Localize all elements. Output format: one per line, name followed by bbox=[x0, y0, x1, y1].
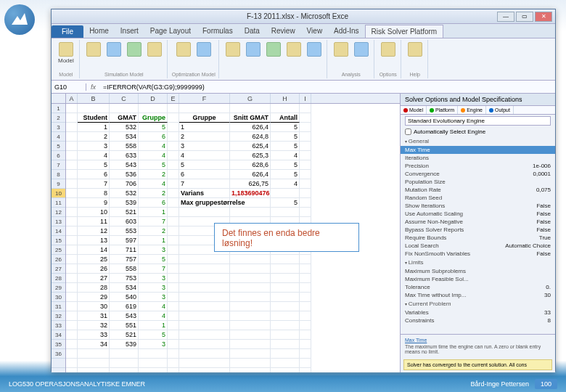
cell[interactable] bbox=[168, 359, 179, 368]
cell[interactable] bbox=[66, 330, 78, 340]
row-header[interactable]: 9 bbox=[52, 179, 65, 189]
cell[interactable] bbox=[78, 368, 110, 372]
cell[interactable] bbox=[139, 104, 168, 113]
cell[interactable]: 7 bbox=[139, 264, 168, 274]
cell[interactable]: Max gruppestørrelse bbox=[179, 198, 230, 208]
cell[interactable] bbox=[271, 302, 300, 311]
cell[interactable] bbox=[66, 255, 78, 264]
row-header[interactable]: 14 bbox=[52, 226, 65, 236]
close-button[interactable]: ✕ bbox=[535, 12, 552, 22]
cell[interactable]: 5 bbox=[271, 170, 300, 179]
pane-row[interactable]: Max Time bbox=[401, 146, 555, 154]
cell[interactable] bbox=[168, 198, 179, 208]
fx-label[interactable]: fx bbox=[86, 83, 100, 91]
tab-insert[interactable]: Insert bbox=[115, 25, 144, 38]
cell[interactable]: 3 bbox=[139, 283, 168, 293]
cell[interactable] bbox=[179, 104, 230, 113]
cell[interactable] bbox=[168, 132, 179, 142]
cell[interactable] bbox=[168, 368, 179, 372]
row-header[interactable]: 26 bbox=[52, 255, 65, 264]
row-header[interactable] bbox=[52, 368, 65, 372]
cell[interactable]: 10 bbox=[78, 208, 110, 217]
cell[interactable]: 6 bbox=[179, 170, 230, 179]
cell[interactable]: 28 bbox=[78, 283, 110, 293]
cell[interactable]: 597 bbox=[110, 236, 139, 245]
cell[interactable] bbox=[110, 349, 139, 359]
pane-row[interactable]: Population Size bbox=[401, 178, 555, 186]
cell[interactable]: Gruppe bbox=[139, 113, 168, 123]
cell[interactable]: 2 bbox=[139, 170, 168, 179]
tab-review[interactable]: Review bbox=[266, 25, 301, 38]
cell[interactable] bbox=[300, 113, 311, 123]
row-header[interactable]: 2 bbox=[52, 113, 65, 123]
cell[interactable] bbox=[78, 104, 110, 113]
cell[interactable]: 539 bbox=[110, 198, 139, 208]
cell[interactable] bbox=[168, 113, 179, 123]
row-header[interactable]: 13 bbox=[52, 217, 65, 226]
cell[interactable]: 25 bbox=[78, 255, 110, 264]
cell[interactable]: 5 bbox=[271, 142, 300, 151]
cell[interactable] bbox=[179, 359, 230, 368]
cell[interactable] bbox=[66, 368, 78, 372]
cell[interactable] bbox=[66, 179, 78, 189]
cell[interactable]: 6 bbox=[78, 170, 110, 179]
cell[interactable] bbox=[271, 321, 300, 330]
cell[interactable] bbox=[66, 349, 78, 359]
cell[interactable] bbox=[230, 302, 271, 311]
pane-row[interactable]: Maximum Feasible Sol... bbox=[401, 275, 555, 283]
tab-view[interactable]: View bbox=[301, 25, 329, 38]
ribbon-button[interactable] bbox=[125, 41, 144, 58]
cell[interactable]: 3 bbox=[139, 293, 168, 302]
row-header[interactable]: 27 bbox=[52, 264, 65, 274]
cell[interactable] bbox=[66, 142, 78, 151]
tab-formulas[interactable]: Formulas bbox=[197, 25, 239, 38]
cell[interactable] bbox=[179, 340, 230, 349]
ribbon-button[interactable] bbox=[145, 41, 164, 58]
section-limits[interactable]: Limits bbox=[401, 258, 555, 267]
cell[interactable]: 4 bbox=[139, 179, 168, 189]
cell[interactable] bbox=[66, 264, 78, 274]
cell[interactable] bbox=[78, 349, 110, 359]
pane-row[interactable]: Mutation Rate0,075 bbox=[401, 186, 555, 194]
ribbon-button[interactable] bbox=[174, 41, 193, 58]
cell[interactable]: 532 bbox=[110, 189, 139, 198]
cell[interactable]: Gruppe bbox=[179, 113, 230, 123]
cell[interactable]: 532 bbox=[110, 123, 139, 132]
row-header[interactable]: 36 bbox=[52, 349, 65, 359]
cell[interactable] bbox=[300, 359, 311, 368]
pane-row[interactable]: Assume Non-NegativeFalse bbox=[401, 218, 555, 226]
auto-engine-checkbox[interactable] bbox=[405, 128, 411, 135]
cell[interactable] bbox=[66, 123, 78, 132]
cell[interactable]: 1 bbox=[139, 321, 168, 330]
cell[interactable] bbox=[300, 283, 311, 293]
pane-row[interactable]: Convergence0,0001 bbox=[401, 170, 555, 178]
cell[interactable]: 5 bbox=[139, 123, 168, 132]
pane-row[interactable]: Random Seed bbox=[401, 194, 555, 202]
cell[interactable] bbox=[66, 104, 78, 113]
cell[interactable]: 626,4 bbox=[230, 170, 271, 179]
cell[interactable]: 543 bbox=[110, 160, 139, 170]
cell[interactable] bbox=[179, 283, 230, 293]
cell[interactable]: 27 bbox=[78, 274, 110, 283]
ribbon-button[interactable] bbox=[305, 41, 324, 58]
minimize-button[interactable]: — bbox=[497, 12, 514, 22]
cell[interactable]: 6 bbox=[139, 198, 168, 208]
row-header[interactable]: 33 bbox=[52, 321, 65, 330]
tab-data[interactable]: Data bbox=[239, 25, 266, 38]
cell[interactable] bbox=[66, 293, 78, 302]
cell[interactable] bbox=[230, 311, 271, 321]
cell[interactable]: 1 bbox=[78, 123, 110, 132]
cell[interactable] bbox=[66, 113, 78, 123]
cell[interactable]: 12 bbox=[78, 226, 110, 236]
cell[interactable]: 2 bbox=[78, 132, 110, 142]
ribbon-button[interactable] bbox=[352, 41, 371, 58]
cell[interactable]: 13 bbox=[78, 236, 110, 245]
section-problem[interactable]: Current Problem bbox=[401, 299, 555, 309]
cell[interactable] bbox=[300, 255, 311, 264]
cell[interactable] bbox=[168, 170, 179, 179]
cell[interactable] bbox=[179, 349, 230, 359]
cell[interactable] bbox=[271, 255, 300, 264]
cell[interactable]: 5 bbox=[271, 132, 300, 142]
cell[interactable]: 625,4 bbox=[230, 142, 271, 151]
cell[interactable] bbox=[271, 208, 300, 217]
